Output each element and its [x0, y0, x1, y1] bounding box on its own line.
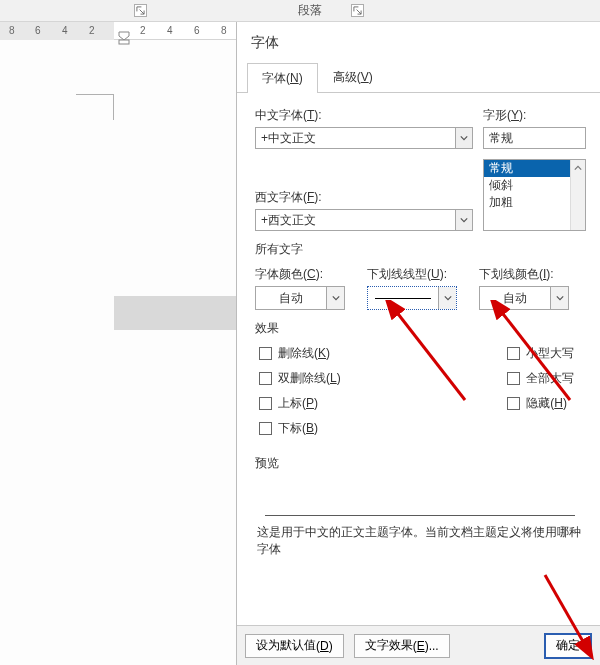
western-font-combo[interactable]: +西文正文 [255, 209, 473, 231]
tab-font[interactable]: 字体(N) [247, 63, 318, 93]
chevron-down-icon[interactable] [550, 287, 568, 309]
svg-rect-1 [119, 40, 129, 44]
ok-button[interactable]: 确定 [544, 633, 592, 659]
document-area [0, 0, 236, 665]
font-dialog: 字体 字体(N) 高级(V) 中文字体(T): +中文正文 字形(Y): 常规 [236, 22, 600, 665]
chinese-font-combo[interactable]: +中文正文 [255, 127, 473, 149]
font-color-label: 字体颜色(C): [255, 266, 345, 283]
scrollbar[interactable] [570, 160, 585, 230]
checkbox-icon [259, 347, 272, 360]
ribbon-strip: 段落 [0, 0, 600, 22]
text-effects-button[interactable]: 文字效果(E)... [354, 634, 450, 658]
svg-marker-0 [119, 32, 129, 40]
hidden-checkbox[interactable]: 隐藏(H) [503, 395, 586, 412]
dialog-content: 中文字体(T): +中文正文 字形(Y): 常规 西文字体(F): +西文正文 [237, 93, 600, 562]
preview-box [265, 480, 575, 516]
checkbox-icon [259, 397, 272, 410]
font-style-input[interactable]: 常规 [483, 127, 586, 149]
tab-row: 字体(N) 高级(V) [237, 62, 600, 93]
font-color-combo[interactable]: 自动 [255, 286, 345, 310]
underline-style-combo[interactable] [367, 286, 457, 310]
ribbon-group-paragraph: 段落 [298, 2, 322, 19]
checkbox-icon [259, 372, 272, 385]
dialog-button-bar: 设为默认值(D) 文字效果(E)... 确定 [237, 625, 600, 665]
dialog-launcher-icon[interactable] [351, 4, 364, 17]
chevron-down-icon[interactable] [326, 287, 344, 309]
chevron-down-icon[interactable] [438, 287, 456, 309]
underline-color-combo[interactable]: 自动 [479, 286, 569, 310]
checkbox-icon [507, 372, 520, 385]
checkbox-icon [259, 422, 272, 435]
double-strikethrough-checkbox[interactable]: 双删除线(L) [255, 370, 503, 387]
strikethrough-checkbox[interactable]: 删除线(K) [255, 345, 503, 362]
underline-color-label: 下划线颜色(I): [479, 266, 569, 283]
set-default-button[interactable]: 设为默认值(D) [245, 634, 344, 658]
superscript-checkbox[interactable]: 上标(P) [255, 395, 503, 412]
text-selection [114, 296, 236, 330]
preview-label: 预览 [255, 455, 586, 472]
font-style-listbox[interactable]: 常规 倾斜 加粗 [483, 159, 586, 231]
all-text-label: 所有文字 [255, 241, 586, 258]
western-font-label: 西文字体(F): [255, 189, 473, 206]
allcaps-checkbox[interactable]: 全部大写 [503, 370, 586, 387]
checkbox-icon [507, 397, 520, 410]
chevron-down-icon[interactable] [455, 128, 472, 148]
subscript-checkbox[interactable]: 下标(B) [255, 420, 503, 437]
page-edge [76, 94, 114, 120]
tab-advanced[interactable]: 高级(V) [318, 62, 388, 92]
effects-label: 效果 [255, 320, 586, 337]
dialog-launcher-icon[interactable] [134, 4, 147, 17]
horizontal-ruler: 8 6 4 2 2 4 6 8 [0, 22, 236, 40]
chevron-down-icon[interactable] [455, 210, 472, 230]
font-style-label: 字形(Y): [483, 107, 586, 124]
theme-font-description: 这是用于中文的正文主题字体。当前文档主题定义将使用哪种字体 [255, 520, 586, 558]
indent-marker-icon[interactable] [118, 31, 130, 45]
chevron-up-icon[interactable] [571, 160, 585, 175]
chinese-font-label: 中文字体(T): [255, 107, 473, 124]
dialog-title: 字体 [237, 22, 600, 58]
underline-style-label: 下划线线型(U): [367, 266, 457, 283]
smallcaps-checkbox[interactable]: 小型大写 [503, 345, 586, 362]
checkbox-icon [507, 347, 520, 360]
